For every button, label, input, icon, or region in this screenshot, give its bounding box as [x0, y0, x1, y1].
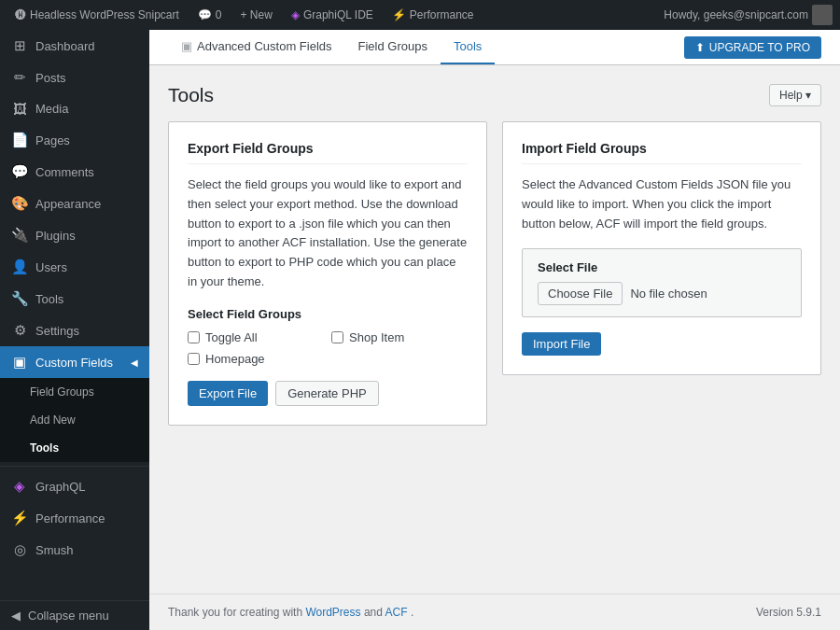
users-icon: 👤: [11, 259, 28, 275]
settings-icon: ⚙: [11, 322, 28, 339]
choose-file-button[interactable]: Choose File: [538, 282, 623, 305]
sidebar-item-performance[interactable]: ⚡ Performance: [0, 502, 149, 534]
sidebar-item-settings[interactable]: ⚙ Settings: [0, 315, 149, 346]
sidebar-item-custom-fields[interactable]: ▣ Custom Fields ◀: [0, 346, 149, 378]
export-file-label: Export File: [199, 386, 257, 400]
sidebar-label-posts: Posts: [35, 71, 66, 85]
sidebar-item-media[interactable]: 🖼 Media: [0, 93, 149, 124]
sidebar-item-users[interactable]: 👤 Users: [0, 251, 149, 283]
footer-version: Version 5.9.1: [756, 606, 821, 619]
graphql-link[interactable]: ◈ GraphiQL IDE: [284, 0, 381, 30]
comments-link[interactable]: 💬 0: [190, 0, 230, 30]
export-btn-row: Export File Generate PHP: [188, 381, 468, 406]
comments-icon: 💬: [198, 8, 212, 21]
collapse-menu-btn[interactable]: ◀ Collapse menu: [0, 600, 149, 630]
footer-left: Thank you for creating with WordPress an…: [168, 606, 413, 619]
plugins-icon: 🔌: [11, 227, 28, 244]
sidebar-label-tools: Tools: [35, 292, 63, 306]
checkbox-toggle-all-label: Toggle All: [205, 330, 258, 344]
sidebar-item-smush[interactable]: ◎ Smush: [0, 534, 149, 566]
checkbox-homepage-label: Homepage: [205, 352, 265, 366]
tab-acf-label: Advanced Custom Fields: [197, 39, 332, 53]
field-groups-label: Select Field Groups: [188, 307, 468, 321]
sidebar-item-comments[interactable]: 💬 Comments: [0, 156, 149, 188]
tab-field-groups[interactable]: Field Groups: [345, 30, 441, 64]
sidebar-label-appearance: Appearance: [35, 197, 101, 211]
collapse-icon: ◀: [11, 609, 21, 623]
import-card: Import Field Groups Select the Advanced …: [502, 121, 821, 375]
appearance-icon: 🎨: [11, 195, 28, 212]
checkbox-shop-item-label: Shop Item: [349, 330, 404, 344]
tab-tools[interactable]: Tools: [441, 30, 495, 64]
graphql-icon: ◈: [291, 8, 300, 21]
sidebar-item-tools[interactable]: 🔧 Tools: [0, 283, 149, 315]
import-card-title: Import Field Groups: [522, 141, 802, 164]
checkbox-homepage[interactable]: Homepage: [188, 352, 324, 366]
sidebar-item-graphql[interactable]: ◈ GraphQL: [0, 470, 149, 502]
export-card: Export Field Groups Select the field gro…: [168, 121, 487, 426]
import-file-label: Import File: [533, 337, 590, 351]
performance-link[interactable]: ⚡ Performance: [385, 0, 482, 30]
sidebar-divider-1: [0, 466, 149, 467]
dashboard-icon: ⊞: [11, 37, 28, 54]
graphql-label: GraphiQL IDE: [303, 8, 373, 21]
tab-advanced-custom-fields[interactable]: ▣ Advanced Custom Fields: [168, 30, 345, 64]
submenu-add-new[interactable]: Add New: [0, 406, 149, 434]
checkbox-toggle-all[interactable]: Toggle All: [188, 330, 324, 344]
sidebar-item-appearance[interactable]: 🎨 Appearance: [0, 188, 149, 219]
collapse-label: Collapse menu: [28, 609, 109, 623]
upgrade-to-pro-button[interactable]: ⬆ UPGRADE TO PRO: [684, 36, 821, 59]
export-card-title: Export Field Groups: [188, 141, 468, 164]
footer-acf-link[interactable]: ACF: [385, 606, 411, 619]
cards-row: Export Field Groups Select the field gro…: [168, 121, 821, 426]
page-title: Tools: [168, 84, 214, 106]
export-file-button[interactable]: Export File: [188, 381, 268, 406]
media-icon: 🖼: [11, 101, 28, 117]
content-area: Tools Help ▾ Export Field Groups Select …: [149, 65, 840, 594]
collapse-arrow: ◀: [131, 357, 138, 368]
avatar: [812, 5, 833, 25]
sidebar-label-comments: Comments: [35, 165, 94, 179]
main-content: ▣ Advanced Custom Fields Field Groups To…: [149, 30, 840, 630]
sidebar-label-custom-fields: Custom Fields: [35, 356, 113, 370]
smush-icon: ◎: [11, 541, 28, 558]
help-button[interactable]: Help ▾: [769, 84, 821, 106]
sidebar-label-performance: Performance: [35, 511, 105, 525]
checkbox-homepage-input[interactable]: [188, 353, 200, 365]
footer-and: and: [364, 606, 385, 619]
sidebar-item-pages[interactable]: 📄 Pages: [0, 124, 149, 156]
submenu-tools[interactable]: Tools: [0, 434, 149, 462]
sidebar-label-users: Users: [35, 260, 67, 274]
top-bar-right: Howdy, geeks@snipcart.com: [664, 5, 833, 25]
performance-nav-icon: ⚡: [11, 510, 28, 526]
layout: ⊞ Dashboard ✏ Posts 🖼 Media 📄 Pages 💬 Co…: [0, 30, 840, 630]
sidebar-label-dashboard: Dashboard: [35, 39, 95, 53]
checkbox-shop-item-input[interactable]: [331, 331, 343, 343]
generate-php-button[interactable]: Generate PHP: [275, 381, 379, 406]
site-menu[interactable]: 🅦 Headless WordPress Snipcart: [7, 0, 187, 30]
checkbox-shop-item[interactable]: Shop Item: [331, 330, 468, 344]
new-link[interactable]: + New: [233, 0, 280, 30]
help-label: Help ▾: [779, 89, 811, 102]
import-file-button[interactable]: Import File: [522, 332, 601, 356]
graphql-nav-icon: ◈: [11, 478, 28, 495]
sidebar-item-plugins[interactable]: 🔌 Plugins: [0, 219, 149, 251]
sidebar-label-smush: Smush: [35, 543, 73, 557]
submenu-field-groups[interactable]: Field Groups: [0, 378, 149, 406]
pages-icon: 📄: [11, 132, 28, 148]
sidebar-item-dashboard[interactable]: ⊞ Dashboard: [0, 30, 149, 62]
checkbox-toggle-all-input[interactable]: [188, 331, 200, 343]
tab-field-groups-label: Field Groups: [358, 39, 427, 53]
upgrade-icon: ⬆: [695, 41, 705, 54]
tools-icon: 🔧: [11, 290, 28, 307]
sidebar-label-plugins: Plugins: [35, 229, 76, 243]
footer-thank-you: Thank you for creating with: [168, 606, 305, 619]
custom-fields-icon: ▣: [11, 354, 28, 371]
sidebar-item-posts[interactable]: ✏ Posts: [0, 62, 149, 93]
file-input-row: Choose File No file chosen: [538, 282, 786, 305]
checkbox-grid: Toggle All Shop Item Homepage: [188, 330, 468, 366]
footer-wordpress-link[interactable]: WordPress: [305, 606, 363, 619]
footer: Thank you for creating with WordPress an…: [149, 594, 840, 630]
footer-period: .: [411, 606, 413, 619]
footer-acf-text: ACF: [385, 606, 408, 619]
